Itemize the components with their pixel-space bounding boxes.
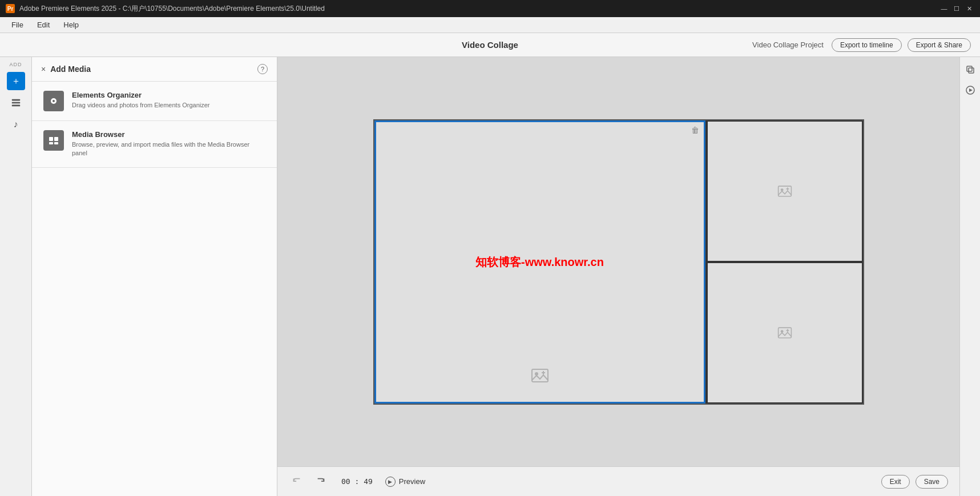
watermark-text: 知软博客-www.knowr.cn: [475, 254, 604, 269]
media-browser-title: Media Browser: [72, 130, 265, 139]
menu-bar: File Edit Help: [0, 17, 980, 33]
svg-rect-21: [969, 68, 974, 73]
svg-point-4: [53, 100, 55, 102]
minimize-button[interactable]: —: [939, 3, 949, 14]
media-browser-item[interactable]: Media Browser Browse, preview, and impor…: [32, 121, 277, 168]
elements-organizer-icon: [43, 91, 64, 111]
canvas-workspace: 🗑 知软博客-www.knowr.cn: [277, 57, 959, 466]
collage-canvas: 🗑 知软博客-www.knowr.cn: [373, 119, 864, 405]
toolbar-right: Video Collage Project Export to timeline…: [752, 38, 971, 52]
menu-help[interactable]: Help: [57, 18, 86, 31]
collage-right-cell-top[interactable]: [707, 120, 863, 262]
menu-edit[interactable]: Edit: [30, 18, 57, 31]
elements-organizer-title: Elements Organizer: [72, 91, 210, 99]
layers-button[interactable]: [7, 94, 25, 112]
preview-label: Preview: [399, 477, 425, 486]
bottom-right-buttons: Exit Save: [881, 475, 948, 489]
svg-rect-1: [11, 102, 19, 104]
add-media-placeholder-icon: [531, 366, 549, 385]
top-toolbar: Video Collage Video Collage Project Expo…: [0, 33, 980, 57]
copy-icon[interactable]: [962, 62, 978, 78]
toolbar-title: Video Collage: [462, 40, 518, 50]
play-icon[interactable]: [962, 82, 978, 98]
redo-button[interactable]: [313, 474, 329, 490]
delete-cell-icon[interactable]: 🗑: [691, 126, 699, 135]
media-browser-desc: Browse, preview, and import media files …: [72, 140, 265, 158]
svg-rect-0: [11, 99, 19, 101]
collage-right-cell-bottom[interactable]: [707, 262, 863, 404]
left-sidebar: ADD ＋ ♪: [0, 57, 32, 496]
panel-header: × Add Media ?: [32, 57, 277, 82]
preview-button[interactable]: ▶ Preview: [385, 477, 425, 487]
maximize-button[interactable]: ☐: [951, 3, 962, 14]
svg-rect-13: [778, 186, 791, 196]
svg-marker-24: [969, 88, 973, 92]
add-label: ADD: [9, 62, 22, 67]
svg-rect-8: [54, 142, 58, 144]
main-content: ADD ＋ ♪ × Add Media ? Elements Organizer…: [0, 57, 980, 496]
add-media-panel: × Add Media ? Elements Organizer Drag vi…: [32, 57, 277, 496]
svg-rect-22: [967, 66, 972, 71]
elements-organizer-info: Elements Organizer Drag videos and photo…: [72, 91, 210, 110]
undo-button[interactable]: [289, 474, 305, 490]
collage-main-cell[interactable]: 🗑 知软博客-www.knowr.cn: [374, 120, 705, 404]
music-button[interactable]: ♪: [7, 115, 25, 134]
app-icon: Pr: [6, 4, 15, 13]
collage-right-column: [705, 120, 863, 404]
svg-rect-2: [11, 105, 19, 107]
export-share-button[interactable]: Export & Share: [908, 38, 971, 52]
svg-rect-5: [49, 137, 53, 141]
svg-rect-9: [532, 369, 548, 382]
preview-play-icon: ▶: [385, 477, 396, 487]
svg-rect-17: [778, 328, 791, 338]
elements-organizer-desc: Drag videos and photos from Elements Org…: [72, 101, 210, 110]
svg-rect-6: [54, 137, 58, 141]
media-browser-icon: [43, 130, 64, 151]
main-cell-add-icon[interactable]: [531, 366, 549, 385]
menu-file[interactable]: File: [5, 18, 30, 31]
svg-rect-7: [49, 142, 53, 144]
right-action-bar: [959, 57, 980, 496]
time-display: 00 : 49: [341, 477, 373, 486]
panel-title: Add Media: [50, 64, 253, 74]
window-title: Adobe Premiere Elements 2025 - C:\用户\107…: [19, 4, 939, 14]
panel-close-icon[interactable]: ×: [41, 64, 46, 74]
window-controls: — ☐ ✕: [939, 3, 974, 14]
help-icon[interactable]: ?: [257, 64, 268, 74]
save-button[interactable]: Save: [916, 475, 948, 489]
elements-organizer-item[interactable]: Elements Organizer Drag videos and photo…: [32, 82, 277, 121]
bottom-controls: 00 : 49 ▶ Preview Exit Save: [277, 466, 959, 496]
project-label: Video Collage Project: [752, 41, 824, 49]
add-plus-button[interactable]: ＋: [7, 72, 25, 90]
title-bar: Pr Adobe Premiere Elements 2025 - C:\用户\…: [0, 0, 980, 17]
exit-button[interactable]: Exit: [881, 475, 910, 489]
close-button[interactable]: ✕: [964, 3, 974, 14]
right-top-add-icon: [777, 184, 792, 199]
right-bottom-add-icon: [777, 325, 792, 340]
export-timeline-button[interactable]: Export to timeline: [832, 38, 902, 52]
media-browser-info: Media Browser Browse, preview, and impor…: [72, 130, 265, 158]
canvas-area: 🗑 知软博客-www.knowr.cn: [277, 57, 959, 496]
